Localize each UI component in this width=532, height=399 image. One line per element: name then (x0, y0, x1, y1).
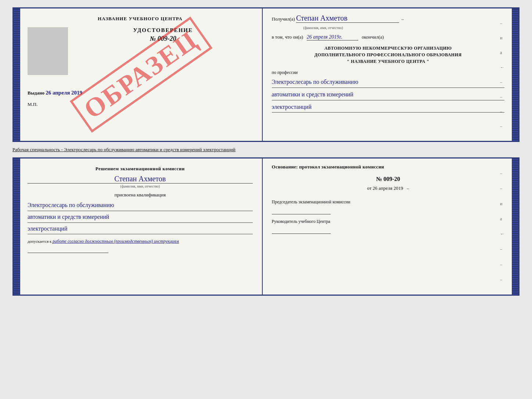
profession-line1: Электрослесарь по обслуживанию (272, 77, 504, 88)
director-signature-line (272, 227, 331, 234)
allowed-text: работе согласно должностным (производств… (53, 239, 179, 244)
received-name: Степан Ахметов (296, 14, 399, 23)
org-block: АВТОНОМНУЮ НЕКОММЕРЧЕСКУЮ ОРГАНИЗАЦИЮ ДО… (272, 45, 504, 65)
that-line: в том, что он(а) 26 апреля 2019г. окончи… (272, 34, 504, 40)
spine-left-bottom (14, 158, 20, 295)
signature-block-chairman: Председатель экзаменационной комиссии Ру… (272, 199, 504, 234)
received-label: Получил(а) (272, 16, 295, 22)
profession-line2: автоматики и средств измерений (272, 89, 504, 100)
received-line: Получил(а) Степан Ахметов – (272, 14, 504, 23)
chairman-signature-line (272, 207, 331, 214)
issued-date: 26 апреля 2019 (46, 90, 82, 96)
signature-line-allowed (28, 246, 108, 253)
that-label: в том, что он(а) (272, 34, 303, 40)
org-line1: АВТОНОМНУЮ НЕКОММЕРЧЕСКУЮ ОРГАНИЗАЦИЮ (272, 45, 504, 51)
top-spread: НАЗВАНИЕ УЧЕБНОГО ЦЕНТРА УДОСТОВЕРЕНИЕ №… (12, 7, 520, 142)
spine-right-top (512, 8, 518, 141)
org-line2: ДОПОЛНИТЕЛЬНОГО ПРОФЕССИОНАЛЬНОГО ОБРАЗО… (272, 51, 504, 58)
qualification-label: присвоена квалификация (28, 192, 253, 198)
that-date: 26 апреля 2019г. (307, 34, 358, 40)
right-page-top: Получил(а) Степан Ахметов – (фамилия, им… (263, 8, 512, 141)
bottom-spread: Решением экзаменационной комиссии Степан… (12, 157, 520, 296)
cert-header: НАЗВАНИЕ УЧЕБНОГО ЦЕНТРА (28, 16, 253, 22)
finished-label: окончил(а) (362, 34, 384, 40)
spine-left (14, 8, 20, 141)
right-side-dashes-top: – и а ← – – – – (500, 8, 504, 141)
allowed-prefix: допускается к (28, 239, 51, 243)
bottom-name-caption: (фамилия, имя, отчество) (28, 184, 253, 188)
chairman-label: Председатель экзаменационной комиссии (272, 199, 504, 206)
protocol-date-value: 26 апреля 2019 (373, 185, 403, 191)
protocol-number: № 009-20 (272, 176, 504, 182)
profession-label: по профессии (272, 70, 504, 75)
bottom-name: Степан Ахметов (28, 175, 253, 184)
qual-line1: Электрослесарь по обслуживанию (28, 200, 253, 211)
mp-line: М.П. (28, 101, 253, 107)
photo-placeholder (28, 27, 68, 75)
date-prefix: от (367, 185, 371, 191)
issued-label: Выдано (28, 90, 44, 96)
basis-label: Основание: протокол экзаменационной коми… (272, 164, 504, 170)
qual-line3: электростанций (28, 224, 253, 235)
bottom-right-page: Основание: протокол экзаменационной коми… (263, 158, 512, 295)
issued-line: Выдано 26 апреля 2019 (28, 90, 253, 96)
separator-text: Рабочая специальность - Электрослесарь п… (12, 145, 520, 154)
org-line3: " НАЗВАНИЕ УЧЕБНОГО ЦЕНТРА " (272, 58, 504, 65)
director-label: Руководитель учебного Центра (272, 218, 504, 225)
decision-text: Решением экзаменационной комиссии (28, 166, 253, 172)
spine-right-bottom (512, 158, 518, 295)
bottom-left-page: Решением экзаменационной комиссии Степан… (20, 158, 263, 295)
name-caption-top: (фамилия, имя, отчество) (272, 26, 375, 30)
qual-line2: автоматики и средств измерений (28, 212, 253, 223)
right-side-dashes-bottom: – – и а ← – – – (500, 158, 504, 295)
profession-line3: электростанций (272, 102, 504, 113)
left-page-top: НАЗВАНИЕ УЧЕБНОГО ЦЕНТРА УДОСТОВЕРЕНИЕ №… (20, 8, 263, 141)
protocol-date: от 26 апреля 2019 – (272, 185, 504, 191)
document-container: НАЗВАНИЕ УЧЕБНОГО ЦЕНТРА УДОСТОВЕРЕНИЕ №… (12, 7, 520, 296)
allowed-line: допускается к работе согласно должностны… (28, 239, 253, 244)
